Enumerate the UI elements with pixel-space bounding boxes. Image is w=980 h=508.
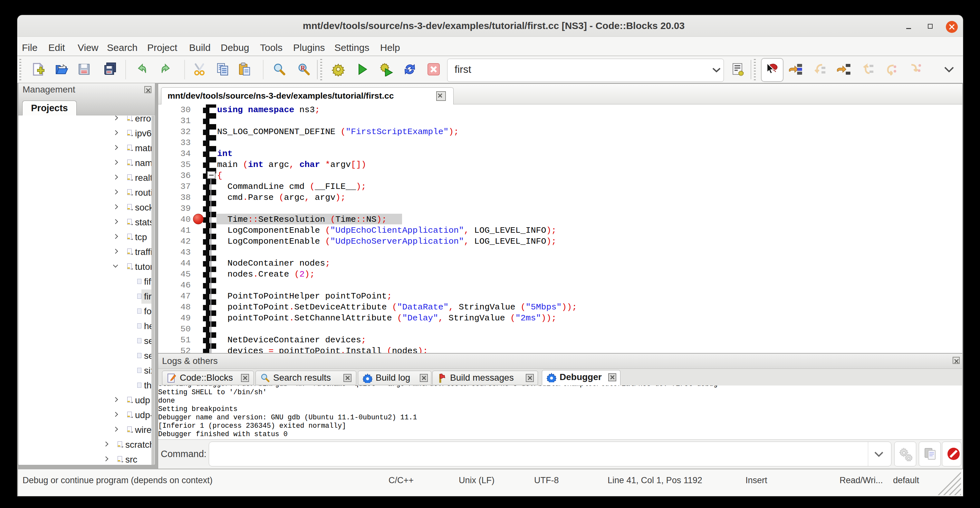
svg-text:R: R — [301, 64, 305, 72]
